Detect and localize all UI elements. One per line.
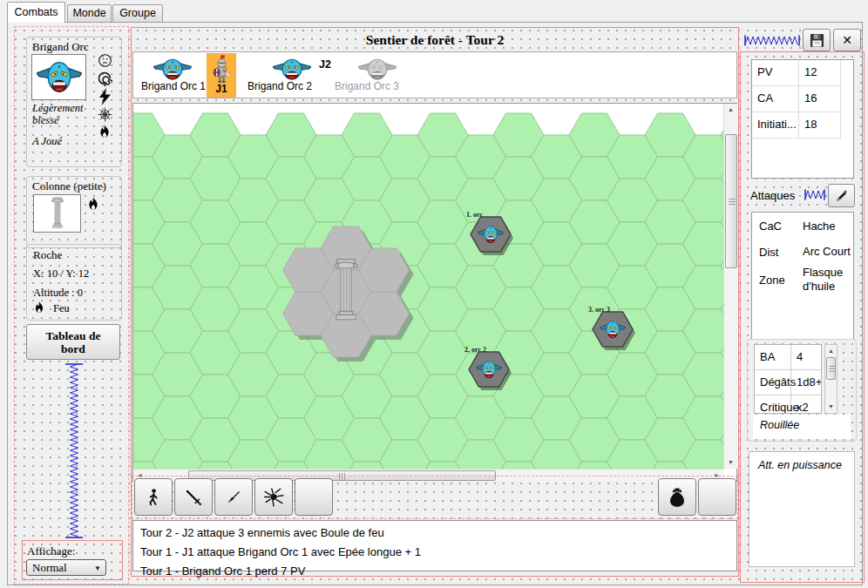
empty-action-button[interactable] [698, 478, 736, 516]
column-icon [49, 197, 66, 230]
weapon-stat-label: Critique [755, 395, 791, 414]
horizontal-spring-spacer [803, 189, 827, 200]
weapon-table-scrollbar[interactable]: ▲ ▼ [824, 344, 837, 414]
table-row[interactable]: Initiati... 18 [752, 112, 853, 139]
empty-action-button[interactable] [295, 478, 333, 516]
hex-grid [133, 104, 723, 469]
ranged-attack-button[interactable] [214, 478, 253, 516]
weapon-detail-panel: BA 4 Dégâts 1d8+ Critique x2 ▲ ▼ Rouillé… [747, 339, 857, 442]
scroll-up-arrow[interactable]: ▲ [825, 345, 837, 357]
edit-attacks-button[interactable] [828, 184, 855, 207]
lightning-icon[interactable] [98, 88, 112, 105]
attacks-header: Attaques [750, 189, 795, 202]
table-row[interactable]: Critique x2 [755, 395, 821, 414]
combatant-name[interactable]: J1 [207, 83, 236, 95]
close-icon: ✕ [842, 33, 852, 47]
combatant-name[interactable]: J2 [306, 58, 344, 71]
stat-label: Initiati... [752, 112, 799, 139]
token-label[interactable]: 3. orc 3 [588, 306, 610, 314]
stat-label: PV [752, 60, 799, 86]
attack-type: Zone [759, 274, 803, 287]
attack-weapon: Hache [803, 220, 851, 233]
fireball-icon [263, 487, 284, 508]
dashboard-button[interactable]: Tableau de bord [26, 324, 120, 360]
spiral-icon[interactable] [97, 71, 112, 86]
stat-value: 18 [799, 112, 841, 139]
combatant-name[interactable]: Brigand Orc 3 [330, 80, 403, 92]
special-attacks-box[interactable]: Att. en puissance [749, 451, 855, 567]
token-label[interactable]: 2. orc 2 [465, 346, 486, 354]
table-row[interactable]: CA 16 [752, 86, 853, 112]
close-button[interactable]: ✕ [833, 29, 861, 51]
save-button[interactable] [803, 29, 831, 51]
horizontal-spring-spacer [743, 35, 802, 46]
loot-bag-button[interactable] [658, 478, 696, 516]
display-label: Affichage: [27, 544, 75, 558]
tab-combats[interactable]: Combats [7, 2, 65, 23]
face-icon[interactable] [98, 53, 112, 68]
display-mode-value: Normal [32, 561, 67, 575]
weapon-stats-table: BA 4 Dégâts 1d8+ Critique x2 [754, 344, 822, 414]
save-icon [810, 33, 824, 48]
weapon-note: Rouillée [753, 415, 851, 431]
melee-attack-button[interactable] [174, 478, 213, 516]
weapon-stat-label: BA [755, 345, 791, 370]
combatant-name[interactable]: Brigand Orc 1 [137, 80, 210, 92]
map-vertical-scrollbar[interactable]: ▲ ▼ [723, 104, 738, 469]
log-line: Tour 1 - J1 attaque Brigand Orc 1 avec E… [140, 543, 736, 562]
terrain-name-label: Roche [33, 248, 62, 262]
vertical-scroll-thumb[interactable] [725, 134, 737, 268]
stat-label: CA [752, 86, 799, 112]
orc-icon[interactable] [153, 57, 192, 83]
move-button[interactable] [134, 478, 173, 516]
flame-icon[interactable] [98, 124, 112, 139]
terrain-altitude-label: Altitude : 0 [33, 287, 83, 300]
map-viewport[interactable]: 1. orc3. orc 32. orc 2 [133, 104, 723, 469]
list-item[interactable]: CaC Hache [752, 213, 853, 233]
element-thumbnail[interactable] [33, 194, 81, 233]
bag-icon [668, 487, 687, 508]
chevron-down-icon: ▼ [94, 564, 101, 572]
weapon-stat-value: 4 [791, 345, 821, 370]
attack-weapon: Flasque d'huile [803, 266, 851, 294]
scroll-up-arrow[interactable]: ▲ [724, 104, 737, 116]
knight-icon[interactable] [212, 55, 232, 84]
attacks-list: CaC Hache Dist Arc Court Zone Flasque d'… [751, 212, 854, 340]
log-line: Tour 1 - Brigand Orc 1 perd 7 PV [140, 562, 736, 581]
tab-monde[interactable]: Monde [67, 4, 112, 23]
flame-icon[interactable] [86, 195, 100, 213]
display-mode-select[interactable]: Normal ▼ [26, 559, 106, 576]
attack-type: Dist [759, 246, 803, 259]
combatant-portrait[interactable] [31, 54, 86, 100]
combat-log[interactable]: Tour 2 - J2 attaque 3 ennemis avec Boule… [132, 520, 737, 571]
sword-icon [184, 488, 203, 507]
token-label[interactable]: 1. orc [466, 211, 483, 219]
list-item[interactable]: Zone Flasque d'huile [752, 259, 853, 294]
log-line: Tour 2 - J2 attaque 3 ennemis avec Boule… [140, 524, 736, 543]
stat-value: 16 [799, 86, 841, 112]
turn-state-label: A Joué [32, 135, 62, 148]
stat-value: 12 [799, 60, 841, 86]
arrow-icon [225, 489, 242, 506]
stats-table: PV 12 CA 16 Initiati... 18 [751, 59, 854, 179]
attack-type: CaC [759, 220, 803, 233]
area-attack-button[interactable] [254, 478, 293, 516]
combatant-info-box: Brigand Orc [26, 37, 122, 167]
vertical-scroll-thumb[interactable] [826, 357, 836, 380]
table-row[interactable]: Dégâts 1d8+ [755, 370, 821, 395]
terrain-effect-label: Feu [53, 302, 70, 315]
web-icon[interactable] [98, 107, 112, 122]
orc-portrait-icon [36, 58, 83, 97]
attack-weapon: Arc Court [803, 245, 851, 259]
tab-groupe[interactable]: Groupe [112, 4, 163, 23]
scroll-down-arrow[interactable]: ▼ [724, 456, 737, 469]
flame-icon [33, 300, 45, 315]
table-row[interactable]: PV 12 [752, 60, 853, 86]
orc-gray-icon[interactable] [358, 57, 397, 83]
element-info-box: Colonne (petite) [26, 176, 122, 248]
encounter-title: Sentier de forêt - Tour 2 [132, 32, 737, 48]
scroll-down-arrow[interactable]: ▼ [825, 401, 837, 413]
table-row[interactable]: BA 4 [755, 345, 821, 370]
list-item[interactable]: Dist Arc Court [752, 233, 853, 259]
combatant-name[interactable]: Brigand Orc 2 [243, 80, 316, 92]
